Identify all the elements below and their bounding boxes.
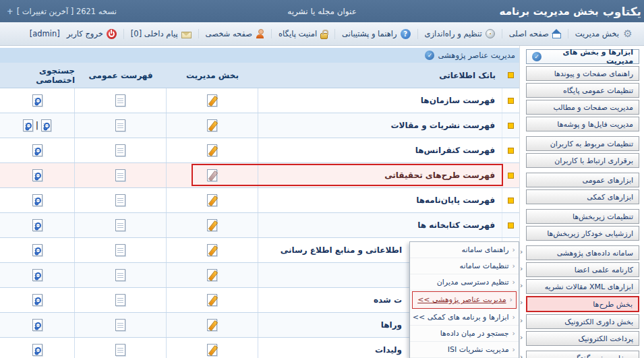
search-doc-icon[interactable] [32, 219, 42, 231]
row-label: وراها [381, 320, 402, 330]
chevron-left-icon: ‹ [510, 295, 513, 304]
sidebar-item-box[interactable]: بخش طرح‌ها [526, 296, 639, 312]
sidebar-item-box[interactable]: ابزارهای عمومی [526, 173, 639, 187]
submenu-item[interactable]: ‹تنظیم دسترسی مدیران [410, 274, 519, 291]
search-doc-icon[interactable] [32, 294, 42, 306]
search-doc-icon[interactable] [32, 94, 42, 107]
public-list-doc-icon[interactable] [115, 194, 125, 206]
edit-doc-icon[interactable] [207, 294, 217, 306]
sidebar-item[interactable]: ابزارهای عمومی [526, 173, 639, 187]
sidebar-header[interactable]: ابزارها و بخش های مدیریت ✓ [526, 49, 639, 64]
toolbar-item-power[interactable]: خروج کاربر [60, 29, 124, 39]
sidebar-item-label: پرداخت الکترونیک [578, 334, 633, 343]
edit-doc-icon[interactable] [207, 244, 217, 256]
toolbar-item-user[interactable]: صفحه شخصی [199, 29, 272, 38]
orange-bullet-icon [508, 198, 514, 204]
custom-search-cell [0, 238, 75, 262]
sidebar-item-box[interactable]: تنظیمات زیربخش‌ها [526, 209, 639, 224]
toolbar-item-label: راهنما و پشتیبانی [342, 29, 397, 38]
public-list-doc-icon[interactable] [115, 244, 125, 256]
bullet-cell [502, 163, 519, 187]
admin-section-cell [167, 213, 258, 237]
submenu-item[interactable]: ‹مدیریت عناصر پژوهشی >> [412, 291, 517, 308]
orange-bullet-icon [508, 72, 514, 78]
column-header: جستجوی اختصاصی [0, 66, 75, 85]
edit-doc-icon[interactable] [207, 94, 217, 107]
public-list-doc-icon[interactable] [115, 219, 125, 231]
sidebar-item-label: محفل بحث و گفتگو [573, 354, 633, 358]
sidebar-item-box[interactable]: مدیریت فایل‌ها و پوشه‌ها [526, 117, 639, 131]
sidebar-item-box[interactable]: تنظیمات مربوط به کاربران [526, 136, 639, 151]
search-doc-icon[interactable] [32, 319, 42, 331]
sidebar-item[interactable]: تنظیمات زیربخش‌ها [526, 209, 639, 224]
sidebar-item[interactable]: ابزارهای کمکی [526, 189, 639, 204]
edit-doc-icon[interactable] [207, 319, 217, 331]
sidebar-item[interactable]: ‹کارنامه علمی اعضا [526, 262, 639, 277]
search-doc-icon[interactable] [32, 244, 42, 256]
submenu-item[interactable]: ‹راهنمای سامانه [410, 242, 519, 258]
row-label: فهرست نشریات و مقالات [390, 121, 495, 130]
sidebar-item[interactable]: ارزشیابی خودکار زیربخش‌ها [526, 226, 639, 241]
toolbar-item-lock[interactable]: امنیت پایگاه [272, 29, 335, 39]
search-doc-icon[interactable] [32, 169, 42, 181]
search-doc-icon[interactable] [32, 269, 42, 281]
public-list-doc-icon[interactable] [115, 169, 125, 181]
sidebar-item-box[interactable]: تنظیمات عمومی پایگاه [526, 83, 639, 98]
toolbar-item-home[interactable]: صفحه اصلی [502, 29, 568, 38]
public-list-doc-icon[interactable] [115, 269, 125, 281]
sidebar-item[interactable]: مدیریت فایل‌ها و پوشه‌ها [526, 117, 639, 131]
public-list-doc-icon[interactable] [115, 319, 125, 331]
toolbar-item-setup-cd[interactable]: تنظیم و راه‌اندازی [418, 29, 502, 38]
search-doc-icon[interactable] [41, 119, 51, 131]
sidebar-item-box[interactable]: پرداخت الکترونیک [526, 331, 639, 346]
sidebar-item-box[interactable]: برقراری ارتباط با کاربران [526, 153, 639, 168]
sidebar-item-box[interactable]: راهنمای صفحات و پیوندها [526, 66, 639, 81]
toolbar-item-help[interactable]: ?راهنما و پشتیبانی [335, 29, 417, 39]
sidebar-item[interactable]: تنظیمات مربوط به کاربران [526, 136, 639, 151]
custom-search-cell [0, 338, 75, 358]
sidebar-item[interactable]: ‹بخش داوری الکترونیک [526, 314, 639, 329]
sidebar-item-box[interactable]: ارزشیابی خودکار زیربخش‌ها [526, 226, 639, 241]
row-label: فهرست طرح‌های تحقیقاتی [384, 171, 495, 180]
sidebar-item-box[interactable]: کارنامه علمی اعضا [526, 262, 639, 277]
edit-doc-icon[interactable] [207, 169, 217, 181]
sidebar-item[interactable]: برقراری ارتباط با کاربران [526, 153, 639, 168]
sidebar-item-box[interactable]: سامانه داده‌های پژوهشی [526, 245, 639, 260]
sidebar-item[interactable]: راهنمای صفحات و پیوندها [526, 66, 639, 81]
search-doc-icon[interactable] [32, 144, 42, 156]
edit-doc-icon[interactable] [207, 144, 217, 156]
submenu-item[interactable]: ‹تنظیمات سامانه [410, 258, 519, 274]
sidebar-item-box[interactable]: ابزارهای کمکی [526, 189, 639, 204]
toolbar-item-label: پیام داخلی [0] [131, 29, 178, 38]
edit-doc-icon[interactable] [207, 269, 217, 281]
sidebar-item-box[interactable]: مدیریت صفحات و مطالب [526, 100, 639, 115]
sidebar-item[interactable]: تنظیمات عمومی پایگاه [526, 83, 639, 98]
sidebar-item[interactable]: مدیریت صفحات و مطالب [526, 100, 639, 115]
edit-doc-icon[interactable] [207, 119, 217, 131]
sidebar-item[interactable]: ‹پرداخت الکترونیک [526, 331, 639, 346]
edit-doc-icon[interactable] [207, 219, 217, 231]
edit-doc-icon[interactable] [207, 344, 217, 356]
sidebar-item-box[interactable]: بخش داوری الکترونیک [526, 314, 639, 329]
search-doc-icon[interactable] [32, 344, 42, 356]
public-list-doc-icon[interactable] [115, 344, 125, 356]
sidebar-item-label: بخش طرح‌ها [593, 300, 633, 309]
sidebar-item[interactable]: ‹بخش طرح‌ها [526, 296, 639, 312]
sidebar-item[interactable]: ‹ابزارهای XML مقالات نشریه [526, 279, 639, 294]
edit-doc-icon[interactable] [207, 194, 217, 206]
search-doc-icon[interactable] [32, 194, 42, 206]
submenu-item[interactable]: ‹مدیریت نشریات ISI [410, 342, 519, 358]
submenu-item[interactable]: ‹ابزارها و برنامه های کمکی >> [410, 309, 519, 326]
public-list-doc-icon[interactable] [115, 119, 125, 131]
public-list-doc-icon[interactable] [115, 144, 125, 156]
sidebar-item-box[interactable]: محفل بحث و گفتگو [526, 351, 639, 358]
toolbar-item-gear[interactable]: ⚙بخش مدیریت [568, 28, 640, 39]
submenu-item[interactable]: ‹جستجو در میان داده‌ها [410, 326, 519, 342]
public-list-doc-icon[interactable] [115, 94, 125, 107]
toolbar-item-mail[interactable]: پیام داخلی [0] [124, 29, 199, 38]
sidebar-item[interactable]: ‹محفل بحث و گفتگو [526, 351, 639, 358]
sidebar-item-box[interactable]: ابزارهای XML مقالات نشریه [526, 279, 639, 294]
public-list-doc-icon[interactable] [115, 294, 125, 306]
sidebar-item[interactable]: ‹سامانه داده‌های پژوهشی [526, 245, 639, 260]
search-doc-icon[interactable] [23, 119, 33, 131]
